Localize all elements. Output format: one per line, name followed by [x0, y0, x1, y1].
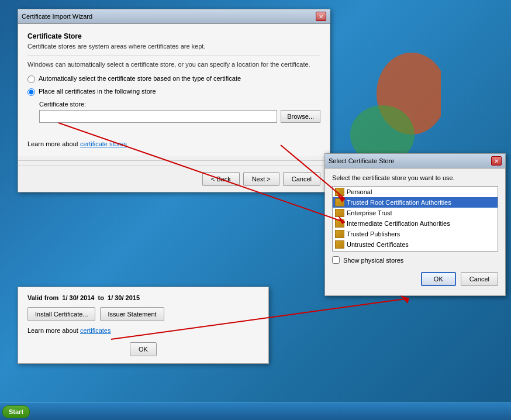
browse-button[interactable]: Browse... — [281, 110, 320, 123]
next-button[interactable]: Next > — [243, 172, 279, 186]
show-physical-row: Show physical stores — [332, 256, 498, 264]
cert-store-list[interactable]: PersonalTrusted Root Certification Autho… — [332, 186, 498, 252]
folder-icon — [335, 240, 344, 249]
cert-store-label: Certificate store: — [39, 101, 320, 108]
list-item-label: Personal — [347, 188, 372, 195]
wizard-content: Certificate Store Certificate stores are… — [18, 24, 330, 156]
certificate-import-wizard-window: Certificate Import Wizard ✕ Certificate … — [18, 9, 330, 192]
folder-icon — [335, 219, 344, 228]
folder-icon — [335, 209, 344, 217]
radio-manual-option[interactable]: Place all certificates in the following … — [27, 88, 320, 96]
learn-more-area: Learn more about certificate stores — [27, 140, 320, 147]
back-button[interactable]: < Back — [202, 172, 240, 186]
select-certificate-store-dialog: Select Certificate Store ✕ Select the ce… — [324, 153, 506, 296]
dialog-ok-button[interactable]: OK — [421, 272, 456, 286]
dialog-close-button[interactable]: ✕ — [491, 156, 502, 166]
cert-ok-button[interactable]: OK — [130, 342, 157, 356]
cert-buttons: Install Certificate... Issuer Statement — [27, 307, 259, 321]
cert-validity: Valid from 1/ 30/ 2014 to 1/ 30/ 2015 — [27, 294, 259, 301]
folder-icon — [335, 230, 344, 238]
list-item-label: Trusted Publishers — [347, 230, 400, 237]
valid-from-label: Valid from — [27, 294, 58, 301]
dialog-content: Select the certificate store you want to… — [325, 168, 505, 295]
show-physical-checkbox[interactable] — [332, 256, 340, 264]
list-item[interactable]: Personal — [333, 187, 498, 197]
cert-ok-row: OK — [27, 342, 259, 356]
divider-1 — [27, 56, 320, 56]
taskbar: Start — [0, 402, 511, 420]
wizard-footer: < Back Next > Cancel — [18, 166, 330, 192]
folder-icon — [335, 198, 344, 206]
learn-prefix: Learn more about — [27, 327, 80, 334]
wizard-close-button[interactable]: ✕ — [316, 12, 326, 21]
desktop: Start Certificate Import Wizard ✕ Certif… — [0, 0, 511, 420]
wizard-section-desc: Certificate stores are system areas wher… — [27, 43, 320, 50]
desktop-decoration — [324, 47, 441, 164]
show-physical-label: Show physical stores — [343, 257, 403, 264]
divider-2 — [18, 160, 330, 161]
to-label: to — [98, 294, 104, 301]
radio-auto-label: Automatically select the certificate sto… — [39, 75, 241, 82]
svg-marker-7 — [400, 295, 409, 304]
list-item-label: Trusted Root Certification Authorities — [347, 199, 451, 206]
list-item[interactable]: Untrusted Certificates — [333, 239, 498, 250]
wizard-section-header: Certificate Store — [27, 32, 320, 40]
valid-to-value: 1/ 30/ 2015 — [108, 294, 140, 301]
dialog-titlebar: Select Certificate Store ✕ — [325, 154, 505, 168]
list-item-label: Intermediate Certification Authorities — [347, 220, 450, 227]
cancel-button[interactable]: Cancel — [283, 172, 320, 186]
valid-from-value: 1/ 30/ 2014 — [62, 294, 94, 301]
radio-manual-label: Place all certificates in the following … — [39, 88, 156, 95]
issuer-statement-button[interactable]: Issuer Statement — [100, 307, 164, 321]
start-button[interactable]: Start — [2, 405, 30, 418]
cert-store-field[interactable] — [39, 110, 277, 123]
dialog-description: Select the certificate store you want to… — [332, 174, 498, 181]
list-item-label: Enterprise Trust — [347, 209, 392, 216]
cert-store-input-row: Browse... — [39, 110, 320, 123]
radio-manual[interactable] — [27, 88, 35, 96]
dialog-title: Select Certificate Store — [329, 157, 395, 164]
wizard-titlebar: Certificate Import Wizard ✕ — [18, 9, 330, 24]
dialog-cancel-button[interactable]: Cancel — [461, 272, 498, 286]
cert-learn-more: Learn more about certificates — [27, 327, 259, 334]
store-info-text: Windows can automatically select a certi… — [27, 61, 320, 68]
wizard-title: Certificate Import Wizard — [22, 13, 92, 20]
dialog-footer: OK Cancel — [332, 270, 498, 290]
list-item[interactable]: Trusted Root Certification Authorities — [333, 197, 498, 208]
learn-more-prefix: Learn more about — [27, 140, 80, 147]
list-item-label: Untrusted Certificates — [347, 241, 409, 248]
cert-details-panel: Valid from 1/ 30/ 2014 to 1/ 30/ 2015 In… — [18, 287, 269, 364]
install-certificate-button[interactable]: Install Certificate... — [27, 307, 95, 321]
cert-stores-link[interactable]: certificate stores — [80, 140, 127, 147]
certificates-link[interactable]: certificates — [80, 327, 111, 334]
radio-auto-option[interactable]: Automatically select the certificate sto… — [27, 75, 320, 83]
list-item[interactable]: Enterprise Trust — [333, 208, 498, 218]
radio-auto[interactable] — [27, 75, 35, 83]
list-item[interactable]: Trusted Publishers — [333, 229, 498, 239]
folder-icon — [335, 188, 344, 196]
list-item[interactable]: Intermediate Certification Authorities — [333, 218, 498, 229]
